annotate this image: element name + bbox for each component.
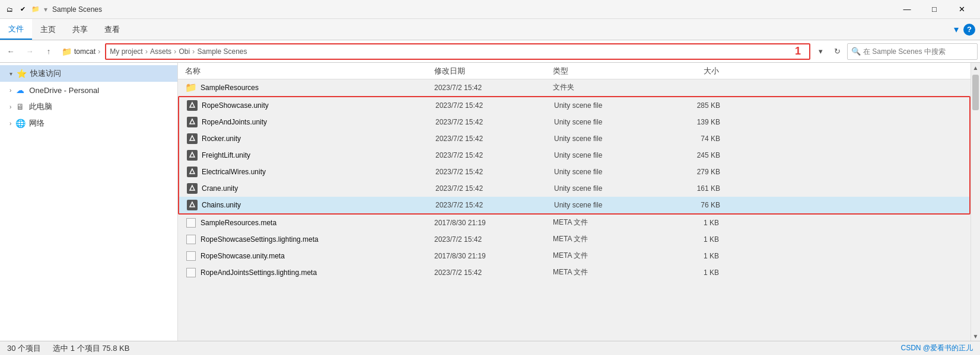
- ribbon-chevron-icon[interactable]: ▾: [954, 24, 959, 35]
- sidebar-item-network[interactable]: › 🌐 网络: [0, 115, 177, 132]
- item-count: 30 个项目: [7, 343, 41, 354]
- title-icon-check: ✔: [18, 5, 27, 14]
- file-row-selected[interactable]: Chains.unity 2023/7/2 15:42 Unity scene …: [179, 197, 969, 213]
- status-bar: 30 个项目 选中 1 个项目 75.8 KB CSDN @爱看书的正儿: [0, 341, 980, 355]
- tab-home[interactable]: 主页: [32, 19, 64, 40]
- file-type: 文件夹: [553, 82, 660, 92]
- file-row[interactable]: RopeAndJoints.unity 2023/7/2 15:42 Unity…: [179, 114, 969, 130]
- maximize-button[interactable]: □: [921, 0, 948, 19]
- file-type: Unity scene file: [554, 101, 661, 110]
- unity-icon: [186, 116, 198, 128]
- breadcrumb-samplescenes: Sample Scenes: [197, 47, 247, 56]
- unity-icon: [186, 133, 198, 145]
- dropdown-button[interactable]: ▾: [813, 44, 828, 59]
- refresh-button[interactable]: ↻: [829, 44, 845, 59]
- tab-file[interactable]: 文件: [0, 19, 32, 40]
- file-date: 2023/7/2 15:42: [435, 184, 554, 193]
- annotation-1: 1: [795, 45, 801, 57]
- file-size: 279 KB: [661, 168, 720, 176]
- file-row[interactable]: ElectricalWires.unity 2023/7/2 15:42 Uni…: [179, 164, 969, 180]
- back-button[interactable]: ←: [2, 43, 19, 60]
- scroll-thumb[interactable]: [972, 75, 979, 110]
- minimize-button[interactable]: —: [893, 0, 921, 19]
- up-button[interactable]: ↑: [40, 43, 57, 60]
- file-name: RopeShowcaseSettings.lighting.meta: [201, 235, 434, 244]
- file-type: Unity scene file: [554, 118, 661, 126]
- file-date: 2023/7/2 15:42: [435, 118, 554, 126]
- sidebar: ▾ ⭐ 快速访问 › ☁ OneDrive - Personal › 🖥 此电脑…: [0, 63, 178, 341]
- close-button[interactable]: ✕: [948, 0, 975, 19]
- sidebar-thispc-label: 此电脑: [29, 101, 173, 112]
- file-date: 2017/8/30 21:19: [434, 219, 553, 227]
- sidebar-quickaccess-label: 快速访问: [30, 68, 173, 79]
- file-row[interactable]: FreightLift.unity 2023/7/2 15:42 Unity s…: [179, 147, 969, 164]
- file-date: 2023/7/2 15:42: [434, 268, 553, 277]
- tab-view[interactable]: 查看: [96, 19, 128, 40]
- help-button[interactable]: ?: [963, 24, 975, 36]
- file-name: ElectricalWires.unity: [202, 168, 435, 176]
- title-bar-icons: 🗂 ✔ 📁 ▾: [5, 5, 47, 14]
- forward-button[interactable]: →: [21, 43, 38, 60]
- file-type: META 文件: [553, 251, 660, 261]
- sidebar-item-quickaccess[interactable]: ▾ ⭐ 快速访问: [0, 65, 177, 82]
- tab-share[interactable]: 共享: [64, 19, 96, 40]
- unity-files-selection-box: 2 RopeShowcase.unity 2023/7/2 15:42 Unit…: [178, 96, 971, 215]
- header-type[interactable]: 类型: [553, 66, 660, 76]
- file-row[interactable]: 📁 SampleResources 2023/7/2 15:42 文件夹: [178, 79, 971, 96]
- chevron-icon: ›: [9, 87, 11, 94]
- file-name: SampleResources.meta: [201, 219, 434, 227]
- scrollbar[interactable]: ▲ ▼: [971, 63, 980, 341]
- file-date: 2023/7/2 15:42: [435, 101, 554, 110]
- file-name: RopeAndJointsSettings.lighting.meta: [201, 268, 434, 277]
- header-name[interactable]: 名称: [185, 66, 434, 76]
- network-icon: 🌐: [15, 119, 26, 128]
- main-area: ▾ ⭐ 快速访问 › ☁ OneDrive - Personal › 🖥 此电脑…: [0, 63, 980, 341]
- search-box[interactable]: 🔍: [847, 43, 978, 60]
- address-actions: ▾ ↻: [813, 44, 845, 59]
- breadcrumb-bar[interactable]: My project › Assets › Obi › Sample Scene…: [105, 43, 810, 60]
- ribbon: 文件 主页 共享 查看 ▾ ?: [0, 19, 980, 40]
- header-date[interactable]: 修改日期: [434, 66, 553, 76]
- scroll-up-button[interactable]: ▲: [971, 63, 980, 72]
- sidebar-item-onedrive[interactable]: › ☁ OneDrive - Personal: [0, 82, 177, 98]
- file-size: 74 KB: [661, 135, 720, 143]
- file-name: FreightLift.unity: [202, 151, 435, 159]
- sidebar-item-thispc[interactable]: › 🖥 此电脑: [0, 98, 177, 115]
- window-controls[interactable]: — □ ✕: [893, 0, 975, 19]
- meta-icon: [185, 267, 197, 279]
- scroll-track[interactable]: [971, 72, 980, 331]
- file-size: 76 KB: [661, 201, 720, 209]
- file-row[interactable]: Crane.unity 2023/7/2 15:42 Unity scene f…: [179, 180, 969, 197]
- folder-icon-small: 📁: [62, 47, 72, 56]
- scroll-down-button[interactable]: ▼: [971, 331, 980, 341]
- title-bar: 🗂 ✔ 📁 ▾ Sample Scenes — □ ✕: [0, 0, 980, 19]
- onedrive-icon: ☁: [15, 85, 26, 95]
- meta-icon: [185, 250, 197, 262]
- chevron-icon: ▾: [9, 71, 12, 77]
- thispc-icon: 🖥: [15, 102, 26, 111]
- file-row[interactable]: RopeShowcase.unity 2023/7/2 15:42 Unity …: [179, 97, 969, 114]
- sidebar-network-label: 网络: [29, 118, 173, 129]
- file-size: 1 KB: [660, 219, 719, 227]
- file-name: RopeAndJoints.unity: [202, 118, 435, 126]
- file-row[interactable]: RopeShowcase.unity.meta 2017/8/30 21:19 …: [178, 248, 971, 264]
- search-input[interactable]: [863, 47, 958, 56]
- file-name: Crane.unity: [202, 184, 435, 193]
- file-date: 2023/7/2 15:42: [435, 201, 554, 209]
- selected-info: 选中 1 个项目 75.8 KB: [53, 343, 129, 354]
- chevron-icon: ›: [9, 120, 11, 127]
- header-size[interactable]: 大小: [660, 66, 719, 76]
- sidebar-onedrive-label: OneDrive - Personal: [29, 86, 173, 95]
- file-row[interactable]: RopeAndJointsSettings.lighting.meta 2023…: [178, 264, 971, 281]
- file-row[interactable]: SampleResources.meta 2017/8/30 21:19 MET…: [178, 215, 971, 231]
- content-area: 名称 修改日期 类型 大小 📁 SampleResources 2023/7/2…: [178, 63, 971, 341]
- file-type: META 文件: [553, 267, 660, 277]
- search-icon: 🔍: [851, 47, 861, 56]
- breadcrumb-obi: Obi: [179, 47, 190, 56]
- breadcrumb-myproject: My project: [110, 47, 142, 56]
- quickaccess-icon: ⭐: [16, 69, 27, 78]
- file-row[interactable]: Rocker.unity 2023/7/2 15:42 Unity scene …: [179, 130, 969, 147]
- file-row[interactable]: RopeShowcaseSettings.lighting.meta 2023/…: [178, 231, 971, 248]
- file-type: Unity scene file: [554, 168, 661, 176]
- file-size: 139 KB: [661, 118, 720, 126]
